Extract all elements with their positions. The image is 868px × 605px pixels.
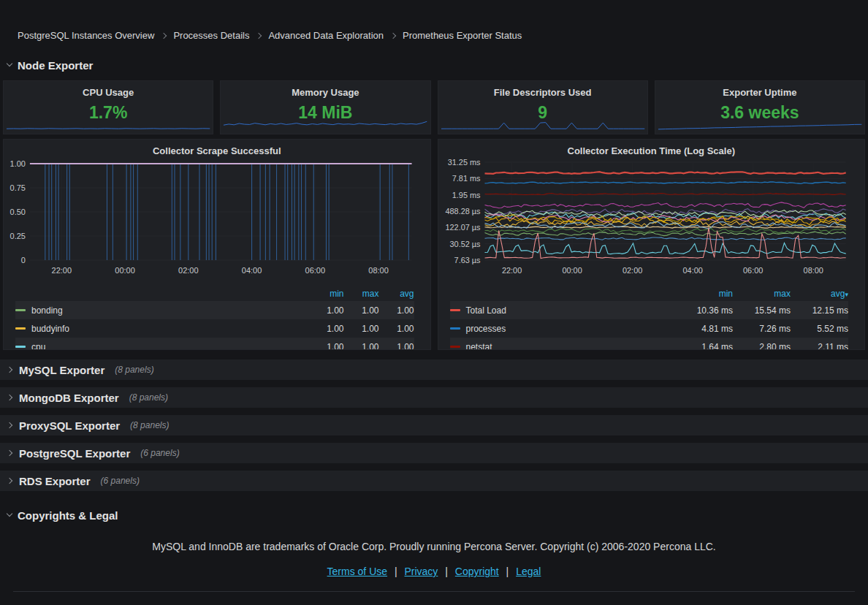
svg-text:30.52 µs: 30.52 µs <box>449 240 481 248</box>
link-separator: | <box>503 566 511 577</box>
legend-value: 1.00 <box>344 324 379 334</box>
graph-panel-collector-scrape-successful: Collector Scrape Successful1.000.750.500… <box>3 139 431 350</box>
stat-value: 14 MiB <box>221 103 430 123</box>
svg-text:7.63 µs: 7.63 µs <box>454 256 480 265</box>
breadcrumb-separator-icon <box>256 32 262 38</box>
svg-text:1.00: 1.00 <box>10 159 26 168</box>
section-row-postgresql-exporter[interactable]: PostgreSQL Exporter(6 panels) <box>0 443 868 463</box>
stat-panels-row: CPU Usage1.7%Memory Usage14 MiBFile Desc… <box>3 80 865 134</box>
legend-value: 1.00 <box>344 342 379 351</box>
section-header-node-exporter[interactable]: Node Exporter <box>7 58 865 72</box>
svg-text:00:00: 00:00 <box>115 266 134 275</box>
legend-value: 10.36 ms <box>675 305 733 316</box>
section-row-rds-exporter[interactable]: RDS Exporter(6 panels) <box>0 471 868 491</box>
breadcrumb-item[interactable]: Prometheus Exporter Status <box>403 30 522 41</box>
legend-value: 2.80 ms <box>733 342 791 351</box>
legend-sort-min[interactable]: min <box>675 289 733 299</box>
legend-series-name[interactable]: netstat <box>466 342 492 351</box>
svg-text:1.95 ms: 1.95 ms <box>452 191 480 199</box>
section-panel-count: (8 panels) <box>115 365 153 375</box>
legend-sort-avg[interactable]: avg▾ <box>791 289 848 299</box>
legend-sort-max[interactable]: max <box>733 289 791 299</box>
legend-series-name[interactable]: Total Load <box>466 305 506 316</box>
panel-title[interactable]: Memory Usage <box>221 81 430 98</box>
svg-text:0.75: 0.75 <box>10 183 26 192</box>
series-color-icon <box>450 327 460 330</box>
legend-sort-max[interactable]: max <box>344 289 379 299</box>
legend-row: netstat1.64 ms2.80 ms2.11 ms <box>450 338 849 350</box>
svg-text:7.81 ms: 7.81 ms <box>452 174 480 183</box>
svg-text:08:00: 08:00 <box>368 266 388 275</box>
panel-title[interactable]: CPU Usage <box>4 81 213 98</box>
svg-text:02:00: 02:00 <box>178 266 198 275</box>
stat-panel-file-descriptors-used: File Descriptors Used9 <box>438 80 648 134</box>
svg-text:04:00: 04:00 <box>682 266 702 275</box>
series-color-icon <box>450 346 460 348</box>
legal-link-copyright[interactable]: Copyright <box>455 566 499 577</box>
breadcrumb-separator-icon <box>161 32 167 38</box>
section-title: MySQL Exporter <box>19 364 104 376</box>
divider <box>13 591 855 592</box>
legend-header-row: minmaxavg <box>15 286 414 301</box>
legend-series-name[interactable]: processes <box>466 324 506 334</box>
dashboard: PostgreSQL Instances OverviewProcesses D… <box>0 0 868 605</box>
svg-text:04:00: 04:00 <box>242 266 262 275</box>
section-row-mongodb-exporter[interactable]: MongoDB Exporter(8 panels) <box>0 387 868 408</box>
panel-title[interactable]: File Descriptors Used <box>438 81 647 98</box>
svg-text:122.07 µs: 122.07 µs <box>445 223 481 232</box>
panel-title[interactable]: Exporter Uptime <box>655 81 864 98</box>
section-title: MongoDB Exporter <box>19 392 119 404</box>
legend-series-name[interactable]: buddyinfo <box>31 324 69 334</box>
section-header-copyrights-legal[interactable]: Copyrights & Legal <box>7 508 865 522</box>
panel-title[interactable]: Collector Scrape Successful <box>4 140 430 156</box>
graph-panels-row: Collector Scrape Successful1.000.750.500… <box>3 139 865 350</box>
chevron-right-icon <box>7 422 12 428</box>
stat-panel-exporter-uptime: Exporter Uptime3.6 weeks <box>655 80 865 134</box>
chevron-right-icon <box>7 478 12 484</box>
legend-value: 1.00 <box>379 324 414 334</box>
legal-link-privacy[interactable]: Privacy <box>404 566 438 577</box>
legend-series-name[interactable]: cpu <box>31 342 45 351</box>
legend-value: 1.00 <box>309 324 344 334</box>
section-title: PostgreSQL Exporter <box>19 447 130 460</box>
breadcrumb-item[interactable]: Processes Details <box>173 30 249 41</box>
chevron-down-icon <box>7 511 12 517</box>
breadcrumb-item[interactable]: Advanced Data Exploration <box>268 30 384 41</box>
legend-value: 1.00 <box>309 342 344 351</box>
scrape-chart-plot[interactable]: 1.000.750.500.25022:0000:0002:0004:0006:… <box>4 156 430 285</box>
svg-text:488.28 µs: 488.28 µs <box>445 207 481 216</box>
legend: minmaxavgbonding1.001.001.00buddyinfo1.0… <box>4 285 430 350</box>
link-separator: | <box>392 566 400 577</box>
legend-row: Total Load10.36 ms15.54 ms12.15 ms <box>450 301 849 319</box>
legend-value: 12.15 ms <box>791 305 848 316</box>
legend-sort-min[interactable]: min <box>309 289 344 299</box>
section-row-mysql-exporter[interactable]: MySQL Exporter(8 panels) <box>0 359 868 380</box>
legend-series-name[interactable]: bonding <box>31 305 63 316</box>
section-title: Node Exporter <box>18 59 93 72</box>
breadcrumb-item[interactable]: PostgreSQL Instances Overview <box>18 30 154 41</box>
chevron-right-icon <box>7 367 12 373</box>
stat-panel-cpu-usage: CPU Usage1.7% <box>3 80 213 134</box>
legend-value: 5.52 ms <box>791 324 848 334</box>
copyright-text: MySQL and InnoDB are trademarks of Oracl… <box>3 541 865 552</box>
legend-value: 4.81 ms <box>675 324 733 334</box>
svg-text:00:00: 00:00 <box>562 266 582 275</box>
section-panel-count: (8 panels) <box>129 392 168 403</box>
execution-time-chart-plot[interactable]: 31.25 ms7.81 ms1.95 ms488.28 µs122.07 µs… <box>438 156 865 285</box>
legend-row: processes4.81 ms7.26 ms5.52 ms <box>450 319 849 338</box>
series-color-icon <box>15 309 26 311</box>
graph-panel-collector-execution-time-log-scale: Collector Execution Time (Log Scale)31.2… <box>438 139 866 350</box>
chevron-down-icon <box>7 61 12 66</box>
legal-link-terms-of-use[interactable]: Terms of Use <box>327 566 387 577</box>
legal-links: Terms of Use | Privacy | Copyright | Leg… <box>3 566 865 577</box>
series-color-icon <box>15 327 26 330</box>
legal-link-legal[interactable]: Legal <box>516 566 541 577</box>
legend-sort-avg[interactable]: avg <box>379 289 414 299</box>
section-row-proxysql-exporter[interactable]: ProxySQL Exporter(8 panels) <box>0 415 868 435</box>
panel-title[interactable]: Collector Execution Time (Log Scale) <box>438 140 865 156</box>
svg-text:22:00: 22:00 <box>52 266 72 275</box>
legend-value: 2.11 ms <box>791 342 848 351</box>
stat-panel-memory-usage: Memory Usage14 MiB <box>220 80 430 134</box>
section-title: Copyrights & Legal <box>18 509 118 522</box>
svg-text:06:00: 06:00 <box>743 266 763 275</box>
